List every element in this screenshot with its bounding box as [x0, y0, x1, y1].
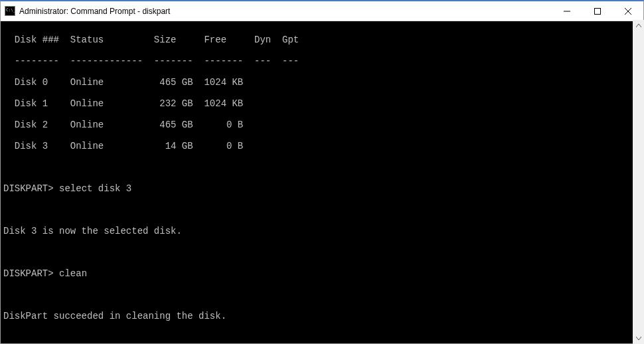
vertical-scrollbar[interactable]	[633, 20, 644, 344]
cmd-icon	[5, 6, 15, 16]
scroll-down-icon[interactable]	[633, 333, 644, 344]
table-row: Disk 1 Online 232 GB 1024 KB	[3, 98, 643, 109]
table-row: Disk 2 Online 465 GB 0 B	[3, 120, 643, 130]
blank-line	[3, 332, 643, 343]
prompt: DISKPART>	[3, 183, 54, 194]
table-row: Disk 3 Online 14 GB 0 B	[3, 141, 643, 151]
blank-line	[3, 290, 643, 300]
prompt-line: DISKPART> clean	[3, 268, 643, 279]
prompt: DISKPART>	[3, 268, 54, 279]
maximize-button[interactable]	[582, 1, 613, 21]
blank-line	[3, 247, 643, 258]
blank-line	[3, 205, 643, 215]
msg-clean: DiskPart succeeded in cleaning the disk.	[3, 311, 643, 321]
blank-line	[3, 162, 643, 173]
window-controls	[552, 1, 643, 21]
table-divider: -------- ------------- ------- ------- -…	[3, 56, 643, 66]
terminal-output[interactable]: Disk ### Status Size Free Dyn Gpt ------…	[1, 21, 643, 343]
titlebar: Administrator: Command Prompt - diskpart	[1, 1, 643, 21]
svg-rect-1	[595, 8, 601, 14]
scrollbar-track[interactable]	[633, 31, 644, 333]
scroll-up-icon[interactable]	[633, 20, 644, 31]
close-button[interactable]	[613, 1, 643, 21]
minimize-button[interactable]	[552, 1, 582, 21]
table-header: Disk ### Status Size Free Dyn Gpt	[3, 35, 643, 45]
prompt-line: DISKPART> select disk 3	[3, 183, 643, 194]
cmd-clean: clean	[54, 268, 87, 279]
window-title: Administrator: Command Prompt - diskpart	[19, 7, 552, 16]
table-row: Disk 0 Online 465 GB 1024 KB	[3, 77, 643, 88]
cmd-select-disk: select disk 3	[54, 183, 132, 194]
msg-disk-selected: Disk 3 is now the selected disk.	[3, 226, 643, 236]
